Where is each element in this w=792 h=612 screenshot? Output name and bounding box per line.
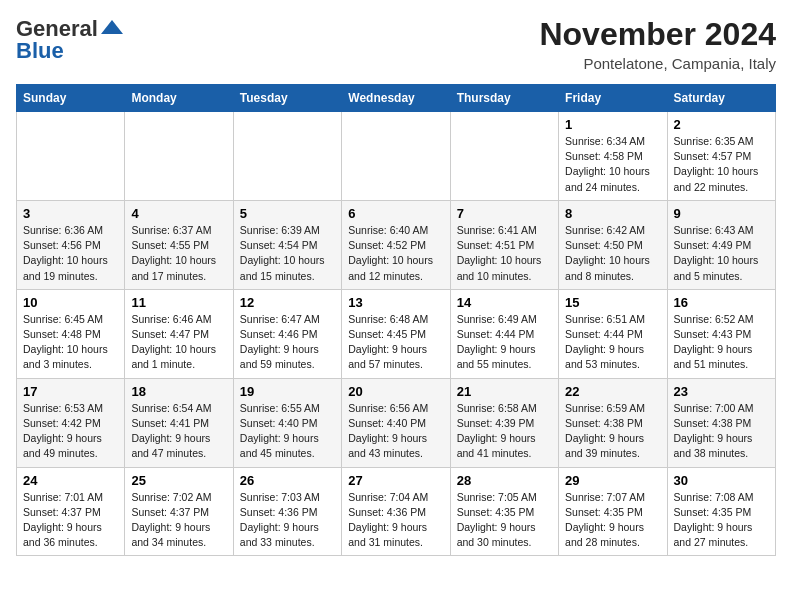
day-info: Sunrise: 6:54 AMSunset: 4:41 PMDaylight:… (131, 401, 226, 462)
day-info: Sunrise: 7:08 AMSunset: 4:35 PMDaylight:… (674, 490, 769, 551)
day-info: Sunrise: 7:01 AMSunset: 4:37 PMDaylight:… (23, 490, 118, 551)
week-row-1: 1Sunrise: 6:34 AMSunset: 4:58 PMDaylight… (17, 112, 776, 201)
day-number: 14 (457, 295, 552, 310)
day-cell: 2Sunrise: 6:35 AMSunset: 4:57 PMDaylight… (667, 112, 775, 201)
day-number: 11 (131, 295, 226, 310)
day-number: 18 (131, 384, 226, 399)
day-info: Sunrise: 6:52 AMSunset: 4:43 PMDaylight:… (674, 312, 769, 373)
day-info: Sunrise: 6:41 AMSunset: 4:51 PMDaylight:… (457, 223, 552, 284)
day-cell: 8Sunrise: 6:42 AMSunset: 4:50 PMDaylight… (559, 200, 667, 289)
day-number: 6 (348, 206, 443, 221)
day-cell: 7Sunrise: 6:41 AMSunset: 4:51 PMDaylight… (450, 200, 558, 289)
col-header-tuesday: Tuesday (233, 85, 341, 112)
day-cell (233, 112, 341, 201)
day-info: Sunrise: 6:53 AMSunset: 4:42 PMDaylight:… (23, 401, 118, 462)
day-cell: 18Sunrise: 6:54 AMSunset: 4:41 PMDayligh… (125, 378, 233, 467)
day-cell: 26Sunrise: 7:03 AMSunset: 4:36 PMDayligh… (233, 467, 341, 556)
day-number: 28 (457, 473, 552, 488)
day-info: Sunrise: 6:39 AMSunset: 4:54 PMDaylight:… (240, 223, 335, 284)
day-number: 10 (23, 295, 118, 310)
day-cell: 3Sunrise: 6:36 AMSunset: 4:56 PMDaylight… (17, 200, 125, 289)
day-info: Sunrise: 7:05 AMSunset: 4:35 PMDaylight:… (457, 490, 552, 551)
day-info: Sunrise: 6:45 AMSunset: 4:48 PMDaylight:… (23, 312, 118, 373)
day-cell: 5Sunrise: 6:39 AMSunset: 4:54 PMDaylight… (233, 200, 341, 289)
day-info: Sunrise: 6:56 AMSunset: 4:40 PMDaylight:… (348, 401, 443, 462)
day-cell: 1Sunrise: 6:34 AMSunset: 4:58 PMDaylight… (559, 112, 667, 201)
week-row-5: 24Sunrise: 7:01 AMSunset: 4:37 PMDayligh… (17, 467, 776, 556)
day-number: 29 (565, 473, 660, 488)
day-number: 5 (240, 206, 335, 221)
day-cell: 23Sunrise: 7:00 AMSunset: 4:38 PMDayligh… (667, 378, 775, 467)
month-title: November 2024 (539, 16, 776, 53)
day-cell: 15Sunrise: 6:51 AMSunset: 4:44 PMDayligh… (559, 289, 667, 378)
location: Pontelatone, Campania, Italy (539, 55, 776, 72)
day-cell: 6Sunrise: 6:40 AMSunset: 4:52 PMDaylight… (342, 200, 450, 289)
day-info: Sunrise: 6:34 AMSunset: 4:58 PMDaylight:… (565, 134, 660, 195)
day-number: 23 (674, 384, 769, 399)
day-number: 1 (565, 117, 660, 132)
day-number: 17 (23, 384, 118, 399)
col-header-sunday: Sunday (17, 85, 125, 112)
day-cell (450, 112, 558, 201)
day-info: Sunrise: 6:43 AMSunset: 4:49 PMDaylight:… (674, 223, 769, 284)
day-cell: 28Sunrise: 7:05 AMSunset: 4:35 PMDayligh… (450, 467, 558, 556)
day-info: Sunrise: 6:40 AMSunset: 4:52 PMDaylight:… (348, 223, 443, 284)
day-info: Sunrise: 6:49 AMSunset: 4:44 PMDaylight:… (457, 312, 552, 373)
logo: General Blue (16, 16, 123, 64)
day-number: 20 (348, 384, 443, 399)
day-number: 3 (23, 206, 118, 221)
day-cell: 25Sunrise: 7:02 AMSunset: 4:37 PMDayligh… (125, 467, 233, 556)
col-header-thursday: Thursday (450, 85, 558, 112)
day-info: Sunrise: 7:04 AMSunset: 4:36 PMDaylight:… (348, 490, 443, 551)
day-cell (342, 112, 450, 201)
day-cell: 11Sunrise: 6:46 AMSunset: 4:47 PMDayligh… (125, 289, 233, 378)
day-cell: 29Sunrise: 7:07 AMSunset: 4:35 PMDayligh… (559, 467, 667, 556)
day-info: Sunrise: 6:46 AMSunset: 4:47 PMDaylight:… (131, 312, 226, 373)
day-number: 22 (565, 384, 660, 399)
day-cell: 12Sunrise: 6:47 AMSunset: 4:46 PMDayligh… (233, 289, 341, 378)
day-cell: 16Sunrise: 6:52 AMSunset: 4:43 PMDayligh… (667, 289, 775, 378)
week-row-3: 10Sunrise: 6:45 AMSunset: 4:48 PMDayligh… (17, 289, 776, 378)
day-cell: 9Sunrise: 6:43 AMSunset: 4:49 PMDaylight… (667, 200, 775, 289)
calendar-header: SundayMondayTuesdayWednesdayThursdayFrid… (17, 85, 776, 112)
day-info: Sunrise: 6:48 AMSunset: 4:45 PMDaylight:… (348, 312, 443, 373)
day-cell: 21Sunrise: 6:58 AMSunset: 4:39 PMDayligh… (450, 378, 558, 467)
calendar-table: SundayMondayTuesdayWednesdayThursdayFrid… (16, 84, 776, 556)
calendar-body: 1Sunrise: 6:34 AMSunset: 4:58 PMDaylight… (17, 112, 776, 556)
day-info: Sunrise: 6:36 AMSunset: 4:56 PMDaylight:… (23, 223, 118, 284)
day-number: 9 (674, 206, 769, 221)
day-cell (17, 112, 125, 201)
col-header-saturday: Saturday (667, 85, 775, 112)
day-number: 13 (348, 295, 443, 310)
logo-blue: Blue (16, 38, 64, 64)
day-number: 21 (457, 384, 552, 399)
day-cell: 30Sunrise: 7:08 AMSunset: 4:35 PMDayligh… (667, 467, 775, 556)
day-number: 19 (240, 384, 335, 399)
day-info: Sunrise: 6:37 AMSunset: 4:55 PMDaylight:… (131, 223, 226, 284)
header: General Blue November 2024 Pontelatone, … (16, 16, 776, 72)
day-info: Sunrise: 7:02 AMSunset: 4:37 PMDaylight:… (131, 490, 226, 551)
day-number: 16 (674, 295, 769, 310)
day-number: 26 (240, 473, 335, 488)
day-cell (125, 112, 233, 201)
col-header-monday: Monday (125, 85, 233, 112)
day-cell: 27Sunrise: 7:04 AMSunset: 4:36 PMDayligh… (342, 467, 450, 556)
day-cell: 14Sunrise: 6:49 AMSunset: 4:44 PMDayligh… (450, 289, 558, 378)
day-info: Sunrise: 6:51 AMSunset: 4:44 PMDaylight:… (565, 312, 660, 373)
day-number: 8 (565, 206, 660, 221)
week-row-4: 17Sunrise: 6:53 AMSunset: 4:42 PMDayligh… (17, 378, 776, 467)
day-cell: 13Sunrise: 6:48 AMSunset: 4:45 PMDayligh… (342, 289, 450, 378)
day-number: 15 (565, 295, 660, 310)
day-info: Sunrise: 6:42 AMSunset: 4:50 PMDaylight:… (565, 223, 660, 284)
day-number: 4 (131, 206, 226, 221)
day-number: 25 (131, 473, 226, 488)
day-cell: 10Sunrise: 6:45 AMSunset: 4:48 PMDayligh… (17, 289, 125, 378)
col-header-wednesday: Wednesday (342, 85, 450, 112)
day-cell: 19Sunrise: 6:55 AMSunset: 4:40 PMDayligh… (233, 378, 341, 467)
day-cell: 20Sunrise: 6:56 AMSunset: 4:40 PMDayligh… (342, 378, 450, 467)
header-row: SundayMondayTuesdayWednesdayThursdayFrid… (17, 85, 776, 112)
day-info: Sunrise: 7:07 AMSunset: 4:35 PMDaylight:… (565, 490, 660, 551)
day-cell: 22Sunrise: 6:59 AMSunset: 4:38 PMDayligh… (559, 378, 667, 467)
day-info: Sunrise: 6:58 AMSunset: 4:39 PMDaylight:… (457, 401, 552, 462)
day-info: Sunrise: 6:35 AMSunset: 4:57 PMDaylight:… (674, 134, 769, 195)
